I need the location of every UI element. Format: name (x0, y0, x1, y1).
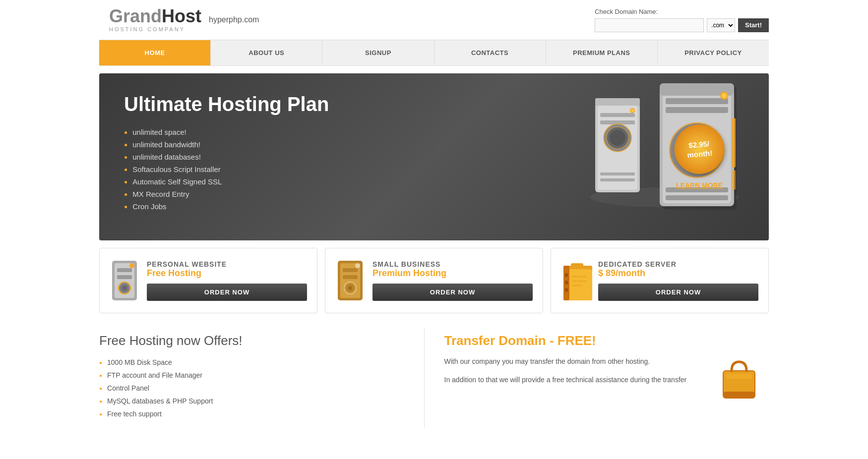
order-btn-dedicated[interactable]: ORDER NOW (598, 284, 758, 301)
plan-dedicated: DEDICATED SERVER $ 89/month ORDER NOW (551, 248, 769, 313)
plan-title-business: SMALL BUSINESS (372, 260, 533, 268)
transfer-p1: With our company you may transfer the do… (444, 356, 710, 367)
header: Grand Host HOSTING COMPANY hyperphp.com … (0, 0, 868, 40)
free-hosting-item-2: FTP account and File Manager (99, 371, 414, 379)
svg-point-48 (348, 286, 352, 290)
logo-domain: hyperphp.com (209, 15, 259, 24)
svg-rect-20 (666, 107, 728, 113)
logo-grand: Grand (109, 7, 162, 25)
nav-item-privacy[interactable]: PRIVACY POLICY (658, 40, 769, 65)
hero-feature-1: unlimited space! (124, 128, 655, 136)
nav-item-signup[interactable]: SIGNUP (322, 40, 434, 65)
svg-rect-35 (117, 268, 132, 272)
main-nav: HOME ABOUT US SIGNUP CONTACTS PREMIUM PL… (99, 40, 769, 66)
svg-rect-30 (666, 195, 728, 200)
nav-item-home[interactable]: HOME (99, 40, 211, 65)
transfer-p2: In addition to that we will provide a fr… (444, 374, 710, 385)
plan-icon-dedicated (561, 258, 591, 303)
svg-rect-56 (565, 288, 568, 292)
svg-rect-32 (732, 170, 736, 190)
logo-subtitle: HOSTING COMPANY (109, 26, 201, 32)
plan-subtitle-business: Premium Hosting (372, 268, 533, 279)
svg-rect-63 (726, 374, 752, 379)
free-hosting-section: Free Hosting now Offers! 1000 MB Disk Sp… (99, 323, 414, 433)
hero-content: Ultimate Hosting Plan unlimited space! u… (124, 93, 655, 221)
plan-title-personal: PERSONAL WEBSITE (147, 260, 307, 268)
domain-check-label: Check Domain Name: (595, 8, 658, 15)
svg-rect-60 (572, 285, 582, 287)
nav-item-about[interactable]: ABOUT US (211, 40, 322, 65)
free-hosting-list: 1000 MB Disk Space FTP account and File … (99, 358, 414, 418)
logo-area: Grand Host HOSTING COMPANY hyperphp.com (109, 7, 259, 32)
hero-feature-4: Softaculous Script Installer (124, 165, 655, 173)
shopping-bag-icon (719, 356, 759, 401)
domain-input[interactable] (595, 18, 704, 32)
price-text: $2.95/month! (686, 138, 713, 160)
svg-point-50 (355, 263, 360, 268)
transfer-title-normal: Transfer Domain - (444, 333, 558, 348)
svg-rect-57 (571, 263, 583, 268)
svg-rect-36 (117, 275, 132, 279)
plan-title-dedicated: DEDICATED SERVER (598, 260, 758, 268)
hero-banner: Ultimate Hosting Plan unlimited space! u… (99, 73, 769, 240)
transfer-row: With our company you may transfer the do… (444, 356, 759, 401)
plan-info-personal: PERSONAL WEBSITE Free Hosting ORDER NOW (147, 260, 307, 301)
svg-point-28 (722, 93, 727, 98)
domain-check-row: .com .net .org .info Start! (595, 18, 769, 32)
price-badge: $2.95/month! (673, 122, 726, 176)
svg-rect-19 (666, 98, 728, 104)
plan-personal: PERSONAL WEBSITE Free Hosting ORDER NOW (99, 248, 317, 313)
svg-rect-58 (572, 276, 587, 278)
hero-feature-5: Automatic Self Signed SSL (124, 177, 655, 186)
plan-small-business: SMALL BUSINESS Premium Hosting ORDER NOW (325, 248, 543, 313)
free-hosting-title: Free Hosting now Offers! (99, 333, 414, 348)
transfer-text: With our company you may transfer the do… (444, 356, 710, 393)
plan-subtitle-personal: Free Hosting (147, 268, 307, 279)
plans-section: PERSONAL WEBSITE Free Hosting ORDER NOW … (99, 248, 769, 313)
start-button[interactable]: Start! (738, 18, 769, 32)
domain-select[interactable]: .com .net .org .info (707, 18, 735, 32)
free-hosting-item-1: 1000 MB Disk Space (99, 358, 414, 366)
svg-rect-44 (343, 268, 358, 272)
learn-more-link[interactable]: LEARN MORE (676, 181, 723, 189)
hero-features-list: unlimited space! unlimited bandwidth! un… (124, 128, 655, 211)
order-btn-personal[interactable]: ORDER NOW (147, 284, 307, 301)
transfer-title-highlight: FREE! (558, 333, 596, 348)
domain-check-area: Check Domain Name: .com .net .org .info … (595, 8, 769, 32)
plan-subtitle-dedicated: $ 89/month (598, 268, 758, 279)
svg-point-39 (123, 286, 126, 290)
plan-info-dedicated: DEDICATED SERVER $ 89/month ORDER NOW (598, 260, 758, 301)
free-hosting-item-3: Control Panel (99, 384, 414, 392)
svg-rect-54 (565, 273, 568, 277)
svg-point-41 (129, 263, 134, 268)
svg-rect-64 (723, 392, 755, 398)
plan-icon-business (335, 258, 365, 303)
transfer-title: Transfer Domain - FREE! (444, 333, 759, 348)
logo-text: Grand Host HOSTING COMPANY (109, 7, 201, 32)
plan-info-business: SMALL BUSINESS Premium Hosting ORDER NOW (372, 260, 533, 301)
hero-feature-3: unlimited databases! (124, 153, 655, 161)
transfer-section: Transfer Domain - FREE! With our company… (434, 323, 769, 433)
hero-feature-7: Cron Jobs (124, 202, 655, 211)
svg-rect-31 (732, 118, 736, 168)
nav-item-premium[interactable]: PREMIUM PLANS (546, 40, 658, 65)
svg-rect-45 (343, 275, 358, 279)
svg-rect-55 (565, 281, 568, 285)
free-hosting-item-5: Free tech support (99, 410, 414, 418)
svg-rect-59 (572, 280, 587, 282)
order-btn-business[interactable]: ORDER NOW (372, 284, 533, 301)
logo-host: Host (162, 7, 201, 25)
bottom-section: Free Hosting now Offers! 1000 MB Disk Sp… (99, 323, 769, 433)
vertical-divider (424, 328, 425, 428)
hero-feature-2: unlimited bandwidth! (124, 140, 655, 149)
hero-title: Ultimate Hosting Plan (124, 93, 655, 115)
plan-icon-personal (110, 258, 139, 303)
free-hosting-item-4: MySQL databases & PHP Support (99, 397, 414, 405)
nav-item-contacts[interactable]: CONTACTS (434, 40, 546, 65)
hero-feature-6: MX Record Entry (124, 190, 655, 198)
